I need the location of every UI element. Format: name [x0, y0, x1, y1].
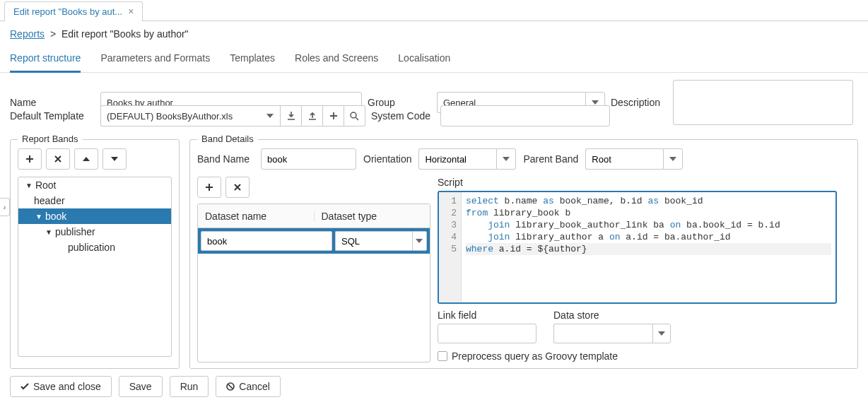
description-label: Description: [611, 97, 667, 108]
tab-roles-screens[interactable]: Roles and Screens: [295, 48, 378, 72]
add-dataset-button[interactable]: [197, 177, 221, 198]
move-up-button[interactable]: [74, 148, 98, 170]
download-icon[interactable]: [281, 105, 302, 126]
caret-down-icon: ▼: [35, 213, 42, 220]
data-store-combo[interactable]: [553, 324, 671, 343]
chevron-right-icon: ›: [4, 204, 6, 211]
dataset-table: Dataset name Dataset type: [197, 204, 430, 362]
tree-root[interactable]: ▼ Root: [18, 177, 171, 193]
tree-item-book[interactable]: ▼ book: [18, 208, 171, 224]
cancel-label: Cancel: [239, 381, 270, 392]
close-icon[interactable]: ×: [128, 6, 134, 16]
editor-code[interactable]: select b.name as book_name, b.id as book…: [462, 192, 835, 302]
remove-band-button[interactable]: [46, 148, 70, 170]
orientation-label: Orientation: [363, 153, 411, 165]
breadcrumb-current: Edit report "Books by author": [61, 28, 189, 40]
script-editor[interactable]: 12345 select b.name as book_name, b.id a…: [438, 191, 837, 304]
top-tab-bar: Edit report "Books by aut... ×: [0, 0, 868, 21]
parent-band-input[interactable]: [585, 148, 663, 170]
footer-buttons: Save and close Save Run Cancel: [0, 369, 868, 404]
parent-band-combo[interactable]: [585, 148, 683, 170]
dataset-name-header: Dataset name: [198, 211, 315, 222]
orientation-input[interactable]: [418, 148, 496, 170]
preprocess-label: Preprocess query as Groovy template: [452, 350, 618, 362]
tree-item-publication[interactable]: publication: [18, 240, 171, 255]
top-tab[interactable]: Edit report "Books by aut... ×: [4, 1, 143, 21]
link-field-input[interactable]: [438, 324, 536, 343]
script-label: Script: [438, 177, 837, 188]
add-band-button[interactable]: [18, 148, 42, 170]
plus-icon[interactable]: [323, 105, 344, 126]
chevron-down-icon[interactable]: [652, 324, 671, 343]
dataset-row[interactable]: [198, 228, 430, 254]
top-tab-title: Edit report "Books by aut...: [13, 6, 122, 17]
tab-report-structure[interactable]: Report structure: [10, 48, 81, 73]
tab-templates[interactable]: Templates: [230, 48, 275, 72]
report-bands-panel: Report Bands ▼ Root header ▼ book: [10, 139, 180, 369]
group-label: Group: [368, 97, 431, 108]
upload-icon[interactable]: [302, 105, 323, 126]
dataset-name-input[interactable]: [201, 231, 332, 251]
link-field-label: Link field: [438, 309, 536, 321]
secondary-tabs: Report structure Parameters and Formats …: [0, 44, 868, 73]
report-bands-legend: Report Bands: [18, 134, 83, 144]
band-details-legend: Band Details: [197, 134, 258, 144]
search-icon[interactable]: [344, 105, 365, 126]
run-button[interactable]: Run: [170, 376, 209, 397]
form-area: Name Group Description Default Template …: [0, 73, 868, 139]
description-textarea[interactable]: [673, 80, 853, 125]
tab-parameters-formats[interactable]: Parameters and Formats: [100, 48, 210, 72]
tree-item-publisher[interactable]: ▼ publisher: [18, 224, 171, 240]
breadcrumb-separator: >: [50, 28, 56, 40]
chevron-down-icon[interactable]: [496, 148, 516, 170]
dataset-type-combo[interactable]: [335, 231, 427, 251]
cancel-button[interactable]: Cancel: [216, 376, 281, 397]
preprocess-checkbox[interactable]: [438, 351, 447, 361]
tree-item-header[interactable]: header: [18, 193, 171, 208]
data-store-label: Data store: [553, 309, 671, 321]
breadcrumb-root-link[interactable]: Reports: [10, 28, 45, 40]
caret-down-icon: ▼: [45, 228, 52, 236]
save-close-button[interactable]: Save and close: [10, 376, 112, 397]
data-store-input[interactable]: [553, 324, 652, 343]
remove-dataset-button[interactable]: [225, 177, 250, 198]
caret-down-icon: ▼: [25, 182, 33, 189]
chevron-down-icon[interactable]: [412, 231, 427, 251]
system-code-input[interactable]: [440, 105, 610, 126]
save-close-label: Save and close: [33, 381, 101, 392]
breadcrumb: Reports > Edit report "Books by author": [0, 21, 868, 44]
tree-item-label: publisher: [55, 226, 95, 237]
check-icon: [20, 383, 29, 390]
bands-tree[interactable]: ▼ Root header ▼ book ▼ publisher publica…: [18, 177, 172, 357]
name-label: Name: [10, 97, 95, 108]
move-down-button[interactable]: [102, 148, 127, 170]
cancel-icon: [226, 382, 235, 391]
default-template-input[interactable]: [100, 105, 259, 126]
parent-band-label: Parent Band: [523, 153, 578, 165]
tree-root-label: Root: [35, 179, 57, 191]
band-name-input[interactable]: [261, 148, 356, 170]
tree-item-label: header: [25, 195, 65, 206]
system-code-label: System Code: [371, 110, 435, 122]
tree-item-label: publication: [25, 242, 115, 253]
default-template-combo: [100, 105, 365, 126]
tree-item-label: book: [45, 211, 66, 222]
chevron-down-icon[interactable]: [663, 148, 683, 170]
tab-localisation[interactable]: Localisation: [398, 48, 450, 72]
band-name-label: Band Name: [197, 153, 254, 165]
band-details-panel: Band Details Band Name Orientation Paren…: [189, 139, 858, 369]
chevron-down-icon[interactable]: [259, 105, 281, 126]
svg-point-0: [351, 112, 356, 118]
dataset-type-input[interactable]: [335, 231, 412, 251]
editor-gutter: 12345: [439, 192, 462, 302]
orientation-combo[interactable]: [418, 148, 516, 170]
save-button[interactable]: Save: [119, 376, 163, 397]
side-collapse-handle[interactable]: ›: [0, 198, 10, 216]
default-template-label: Default Template: [10, 110, 95, 122]
dataset-type-header: Dataset type: [315, 211, 430, 222]
